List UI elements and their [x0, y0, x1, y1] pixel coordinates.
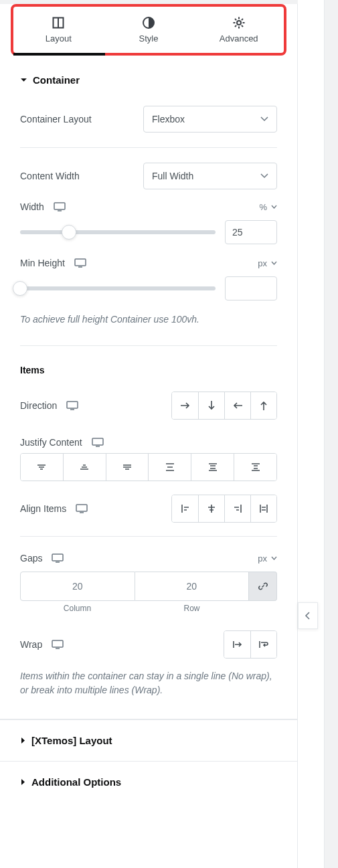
min-height-label: Min Height [20, 258, 65, 268]
editor-panel: Layout Style Advanced Container Containe… [0, 4, 298, 868]
wrap-icon [258, 640, 270, 649]
width-value: 25 [232, 227, 243, 238]
direction-column-button[interactable] [198, 392, 224, 419]
align-group [171, 495, 277, 523]
width-label: Width [20, 201, 44, 212]
panel-tabs: Layout Style Advanced [11, 4, 286, 56]
align-stretch-icon [258, 503, 270, 514]
chevron-down-icon [271, 205, 277, 209]
justify-group [20, 453, 277, 481]
align-start-button[interactable] [172, 495, 198, 522]
align-center-button[interactable] [198, 495, 224, 522]
width-input[interactable]: 25 [225, 220, 277, 244]
min-height-unit-selector[interactable]: px [258, 258, 277, 268]
align-end-icon [232, 503, 244, 514]
direction-row-button[interactable] [172, 392, 198, 419]
section-container-toggle[interactable]: Container [0, 56, 297, 98]
tab-style[interactable]: Style [104, 7, 194, 53]
svg-rect-47 [52, 554, 63, 561]
justify-space-between-button[interactable] [148, 454, 191, 481]
justify-center-button[interactable] [63, 454, 106, 481]
desktop-icon[interactable] [54, 202, 66, 211]
chevron-left-icon [305, 612, 311, 620]
gap-row-input[interactable]: 20 [135, 572, 250, 601]
caret-right-icon [20, 737, 26, 744]
tab-layout-label: Layout [46, 33, 72, 44]
style-icon [142, 16, 155, 29]
tab-advanced[interactable]: Advanced [193, 7, 284, 53]
section-xtemos-toggle[interactable]: [XTemos] Layout [0, 719, 297, 761]
justify-end-button[interactable] [106, 454, 149, 481]
caret-down-icon [20, 76, 27, 84]
tab-active-indicator [13, 53, 105, 56]
desktop-icon[interactable] [74, 258, 86, 268]
layout-icon [52, 16, 65, 29]
wrap-nowrap-button[interactable] [224, 631, 250, 658]
desktop-icon[interactable] [52, 640, 64, 649]
link-values-button[interactable] [249, 572, 277, 601]
divider [20, 536, 277, 537]
section-additional-toggle[interactable]: Additional Options [0, 761, 297, 802]
desktop-icon[interactable] [76, 504, 88, 513]
content-width-label: Content Width [20, 171, 80, 181]
min-height-slider[interactable] [20, 286, 216, 290]
wrap-wrap-button[interactable] [250, 631, 276, 658]
gap-row-value: 20 [186, 581, 197, 592]
align-stretch-button[interactable] [250, 495, 276, 522]
desktop-icon[interactable] [92, 438, 104, 447]
justify-label: Justify Content [20, 437, 82, 448]
container-layout-select[interactable]: Flexbox [143, 106, 277, 133]
svg-rect-8 [67, 402, 78, 408]
align-end-button[interactable] [224, 495, 250, 522]
chevron-down-icon [260, 173, 268, 179]
arrow-right-icon [179, 401, 191, 410]
svg-point-3 [237, 21, 241, 25]
panel-collapse-button[interactable] [298, 602, 318, 629]
min-height-unit: px [258, 258, 267, 268]
arrow-down-icon [207, 400, 216, 412]
width-slider[interactable] [20, 230, 216, 234]
chevron-down-icon [260, 116, 268, 122]
width-unit-selector[interactable]: % [259, 202, 277, 212]
container-layout-value: Flexbox [152, 114, 185, 124]
width-slider-thumb[interactable] [62, 225, 76, 240]
content-width-select[interactable]: Full Width [143, 163, 277, 189]
gaps-label: Gaps [20, 553, 42, 563]
gaps-unit-selector[interactable]: px [258, 553, 277, 563]
justify-space-between-icon [164, 462, 176, 472]
direction-column-reverse-button[interactable] [250, 392, 276, 419]
nowrap-icon [232, 640, 244, 649]
align-center-icon [205, 503, 218, 514]
width-unit: % [259, 202, 267, 212]
divider [20, 345, 277, 346]
side-gutter [298, 0, 325, 868]
gap-row-label: Row [135, 604, 249, 613]
desktop-icon[interactable] [52, 553, 64, 563]
section-additional-title: Additional Options [31, 776, 121, 788]
arrow-left-icon [232, 401, 244, 410]
gap-column-label: Column [20, 604, 135, 613]
section-xtemos-title: [XTemos] Layout [31, 735, 112, 746]
caret-right-icon [20, 778, 26, 786]
min-height-input[interactable] [225, 276, 277, 300]
content-width-value: Full Width [152, 171, 193, 181]
min-height-slider-thumb[interactable] [13, 281, 27, 296]
direction-row-reverse-button[interactable] [224, 392, 250, 419]
section-container-title: Container [33, 74, 80, 86]
justify-start-button[interactable] [21, 454, 63, 481]
tab-style-label: Style [139, 33, 159, 44]
gap-column-input[interactable]: 20 [20, 572, 135, 601]
justify-space-around-button[interactable] [191, 454, 234, 481]
justify-space-evenly-button[interactable] [234, 454, 276, 481]
align-label: Align Items [20, 503, 66, 514]
arrow-up-icon [259, 400, 268, 412]
wrap-group [224, 630, 277, 659]
direction-group [171, 392, 277, 420]
chevron-down-icon [271, 261, 277, 266]
full-height-hint: To achieve full height Container use 100… [20, 310, 277, 339]
gear-icon [232, 16, 246, 29]
link-icon [258, 581, 268, 592]
tab-layout[interactable]: Layout [13, 7, 104, 53]
section-container-body: Container Layout Flexbox Content Width F… [0, 98, 297, 719]
desktop-icon[interactable] [66, 401, 78, 410]
